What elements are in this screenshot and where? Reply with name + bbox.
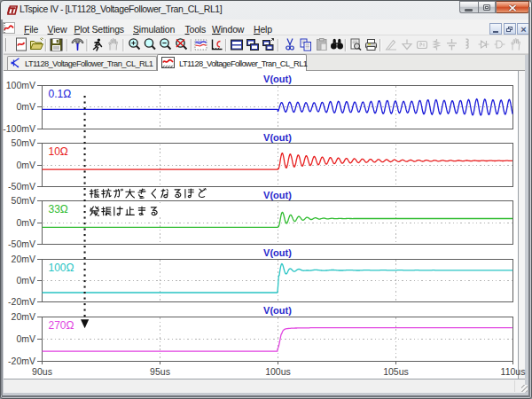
svg-text:50mV: 50mV <box>12 137 35 148</box>
svg-text:95us: 95us <box>150 366 170 377</box>
svg-text:20mV: 20mV <box>12 311 35 322</box>
svg-text:100Ω: 100Ω <box>49 262 74 274</box>
svg-text:10Ω: 10Ω <box>49 145 68 158</box>
svg-text:20mV: 20mV <box>12 254 35 264</box>
svg-text:0.1Ω: 0.1Ω <box>49 88 72 100</box>
svg-text:33Ω: 33Ω <box>49 203 68 215</box>
svg-text:0mV: 0mV <box>16 160 35 170</box>
svg-text:-20mV: -20mV <box>8 356 35 366</box>
svg-text:V(out): V(out) <box>263 305 292 316</box>
svg-text:0mV: 0mV <box>16 101 35 112</box>
svg-text:100mV: 100mV <box>6 80 35 90</box>
svg-text:100us: 100us <box>265 366 291 377</box>
svg-text:50mV: 50mV <box>12 195 35 206</box>
svg-text:-20mV: -20mV <box>8 296 35 307</box>
svg-text:0mV: 0mV <box>16 333 35 344</box>
svg-text:0mV: 0mV <box>16 217 35 228</box>
svg-text:90us: 90us <box>32 366 52 377</box>
svg-text:-100mV: -100mV <box>3 123 35 134</box>
svg-text:V(out): V(out) <box>263 190 292 200</box>
svg-text:V(out): V(out) <box>263 74 292 84</box>
svg-text:V(out): V(out) <box>263 132 292 143</box>
svg-text:V(out): V(out) <box>263 247 292 258</box>
svg-text:270Ω: 270Ω <box>49 319 74 332</box>
svg-text:-50mV: -50mV <box>8 239 35 249</box>
svg-text:105us: 105us <box>383 366 409 377</box>
svg-text:0mV: 0mV <box>16 275 35 286</box>
svg-text:110us: 110us <box>501 366 526 377</box>
svg-text:-50mV: -50mV <box>8 181 35 192</box>
